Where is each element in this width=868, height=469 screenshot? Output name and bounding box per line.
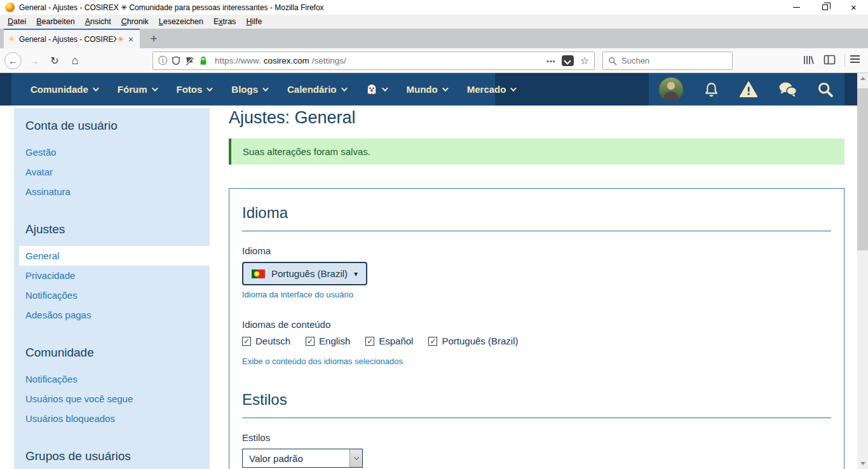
scroll-up-icon[interactable] — [857, 73, 868, 84]
sidebar-section-title: Conta de usuário — [14, 118, 210, 133]
checkbox-checked-icon[interactable]: ✓ — [306, 337, 315, 346]
user-avatar[interactable] — [659, 78, 683, 102]
page-title: Ajustes: General — [229, 107, 844, 128]
menu-ansicht[interactable]: Ansicht — [80, 15, 116, 28]
restore-button[interactable] — [811, 0, 839, 15]
sidebar-section-title: Comunidade — [14, 345, 210, 360]
ghost-icon — [366, 83, 377, 96]
scroll-down-icon[interactable] — [857, 458, 868, 469]
hamburger-menu-button[interactable] — [850, 53, 860, 65]
new-tab-button[interactable]: + — [145, 30, 163, 47]
sidebar-item-usuarios-bloqueados[interactable]: Usuários bloqueados — [14, 409, 210, 428]
menu-datei[interactable]: Datei — [3, 15, 31, 28]
toolbar-separator — [844, 55, 845, 67]
reload-button[interactable]: ↻ — [46, 52, 63, 69]
menu-bearbeiten[interactable]: Bearbeiten — [31, 15, 79, 28]
tab-title-burst-icon: ✳ — [118, 35, 124, 44]
nav-item-blogs[interactable]: Blogs — [221, 73, 277, 105]
search-input[interactable] — [621, 56, 717, 65]
window-title: General - Ajustes - COSIREX ✳ Comunidade… — [19, 3, 324, 12]
menu-chronik[interactable]: Chronik — [116, 15, 154, 28]
sidebar-item-notificacoes[interactable]: Notificações — [14, 285, 210, 305]
checkbox-checked-icon[interactable]: ✓ — [428, 337, 437, 346]
conversations-chat-icon[interactable] — [778, 81, 797, 98]
sidebar-item-usuarios-que-voce-segue[interactable]: Usuários que você segue — [14, 389, 210, 409]
menu-hilfe[interactable]: Hilfe — [241, 15, 267, 28]
alerts-warning-icon[interactable] — [739, 81, 758, 98]
notifications-bell-icon[interactable] — [703, 81, 720, 99]
blocked-content-icon[interactable] — [185, 57, 194, 65]
tab-title: General - Ajustes - COSIREX — [19, 35, 116, 44]
bookmark-star-icon[interactable]: ☆ — [580, 55, 589, 67]
styles-select[interactable]: Valor padrão — [242, 449, 363, 468]
url-bar[interactable]: ⓘ https://www. cosirex.com /settings/ ••… — [153, 51, 595, 70]
close-icon: × — [851, 3, 857, 12]
checkbox-english[interactable]: ✓ English — [306, 336, 350, 346]
firefox-icon — [5, 3, 15, 12]
home-button[interactable]: ⌂ — [67, 52, 83, 69]
content-languages-help-link[interactable]: Exibe o conteúdo dos idiomas selecionado… — [242, 357, 403, 366]
page-viewport: Comunidade Fórum Fotos Blogs Calendário … — [0, 73, 868, 469]
page-info-icon[interactable]: ⓘ — [158, 55, 167, 67]
checkbox-portugues-brazil[interactable]: ✓ Português (Brazil) — [428, 336, 518, 346]
sidebar-item-general[interactable]: General — [19, 246, 210, 266]
browser-menubar: Datei Bearbeiten Ansicht Chronik Lesezei… — [0, 15, 868, 29]
nav-item-calendario[interactable]: Calendário — [277, 73, 356, 105]
firefox-window: General - Ajustes - COSIREX ✳ Comunidade… — [0, 0, 868, 469]
minimize-button[interactable] — [782, 0, 811, 15]
sidebar-item-adesaos-pagas[interactable]: Adesãos pagas — [14, 305, 210, 325]
checkbox-deutsch[interactable]: ✓ Deutsch — [242, 336, 290, 346]
nav-item-comunidade[interactable]: Comunidade — [20, 73, 107, 105]
caret-down-icon: ▾ — [354, 269, 358, 278]
nav-item-forum[interactable]: Fórum — [107, 73, 166, 105]
menu-lesezeichen[interactable]: Lesezeichen — [154, 15, 208, 28]
tab-favicon-star-icon: ✳ — [8, 34, 15, 44]
sidebar-item-notificacoes-comunidade[interactable]: Notificações — [14, 369, 210, 389]
sidebar-item-privacidade[interactable]: Privacidade — [14, 266, 210, 285]
nav-item-mundo[interactable]: Mundo — [397, 73, 457, 105]
language-help-link[interactable]: Idioma da interface do usuário — [242, 290, 353, 299]
site-nav-user-area — [649, 73, 844, 105]
pocket-icon[interactable] — [562, 55, 574, 66]
content-languages-label: Idiomas de conteúdo — [242, 319, 831, 330]
page-actions-icon[interactable]: ••• — [546, 57, 556, 65]
lock-icon[interactable] — [199, 56, 208, 65]
tab-bar: ✳ General - Ajustes - COSIREX ✳ × + — [0, 29, 868, 48]
site-search-icon[interactable] — [817, 81, 834, 99]
language-dropdown-button[interactable]: Português (Brazil) ▾ — [242, 262, 367, 285]
shield-icon[interactable] — [172, 56, 180, 65]
sidebar-item-avatar[interactable]: Avatar — [14, 162, 210, 182]
selected-style: Valor padrão — [243, 449, 349, 467]
chevron-down-icon — [442, 85, 449, 92]
alert-message: Suas alterações foram salvas. — [243, 146, 370, 157]
chevron-down-icon — [262, 85, 269, 92]
search-bar[interactable] — [602, 51, 733, 70]
content-languages-row: ✓ Deutsch ✓ English ✓ Español ✓ Portuguê… — [242, 336, 831, 346]
close-button[interactable]: × — [839, 0, 868, 15]
url-path: /settings/ — [312, 56, 346, 65]
select-dropdown-button[interactable] — [349, 449, 362, 467]
url-protocol: https://www. — [215, 56, 261, 65]
chevron-down-icon — [151, 85, 158, 92]
nav-item-fotos[interactable]: Fotos — [166, 73, 222, 105]
sidebar-item-assinatura[interactable]: Assinatura — [14, 182, 210, 201]
sidebar-toggle-button[interactable] — [823, 53, 836, 66]
section-divider — [242, 418, 831, 418]
checkbox-checked-icon[interactable]: ✓ — [365, 337, 374, 346]
checkbox-checked-icon[interactable]: ✓ — [242, 337, 251, 346]
library-button[interactable] — [802, 53, 815, 66]
scrollbar-thumb[interactable] — [857, 88, 868, 250]
tab-close-icon[interactable]: × — [126, 34, 135, 44]
nav-item-ghost[interactable] — [356, 73, 397, 105]
success-alert: Suas alterações foram salvas. — [229, 139, 844, 165]
sidebar-item-gestao[interactable]: Gestão — [14, 142, 210, 162]
active-tab[interactable]: ✳ General - Ajustes - COSIREX ✳ × — [4, 29, 140, 48]
back-button[interactable]: ← — [4, 52, 22, 69]
menu-extras[interactable]: Extras — [208, 15, 241, 28]
browser-toolbar: ← → ↻ ⌂ ⓘ https://www. cosirex.com /sett… — [0, 48, 868, 73]
checkbox-espanol[interactable]: ✓ Español — [365, 336, 413, 346]
forward-button[interactable]: → — [26, 52, 43, 69]
settings-card: Idioma Idioma Português (Brazil) ▾ Idiom… — [229, 188, 844, 469]
page-scrollbar[interactable] — [857, 73, 868, 469]
nav-item-mercado[interactable]: Mercado — [457, 73, 526, 105]
